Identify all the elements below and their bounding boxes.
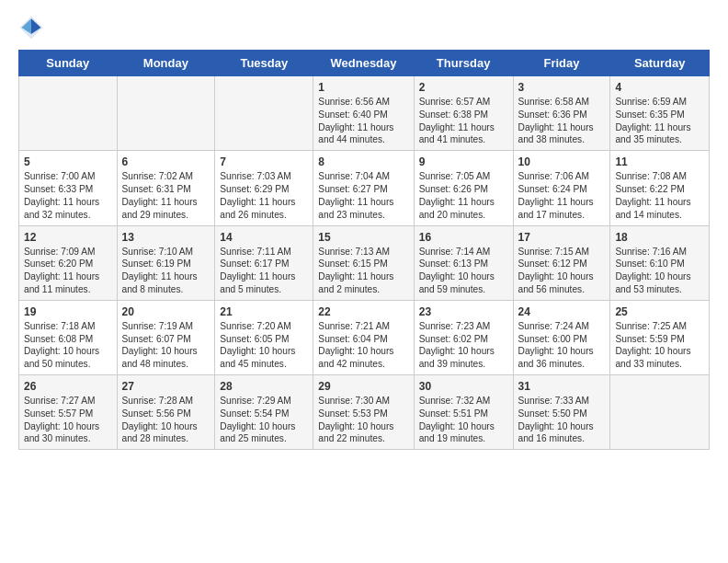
day-info: and 26 minutes.: [220, 209, 308, 222]
day-number: 28: [220, 379, 308, 394]
day-info: Daylight: 11 hours: [220, 270, 308, 283]
day-number: 21: [220, 304, 308, 319]
day-info: Sunset: 6:27 PM: [318, 183, 408, 196]
day-info: and 35 minutes.: [615, 133, 704, 146]
day-number: 2: [419, 80, 508, 95]
day-info: and 5 minutes.: [220, 283, 308, 296]
day-info: Daylight: 11 hours: [220, 196, 308, 209]
day-info: Daylight: 10 hours: [24, 345, 112, 358]
calendar-cell: 14Sunrise: 7:11 AMSunset: 6:17 PMDayligh…: [215, 225, 313, 300]
day-info: Sunrise: 7:24 AM: [518, 320, 606, 333]
weekday-wednesday: Wednesday: [313, 51, 414, 76]
day-info: Sunset: 6:00 PM: [518, 333, 606, 346]
weekday-header-row: SundayMondayTuesdayWednesdayThursdayFrid…: [19, 51, 710, 76]
day-number: 6: [122, 155, 210, 169]
day-info: Sunset: 6:40 PM: [318, 109, 408, 121]
calendar-cell: 30Sunrise: 7:32 AMSunset: 5:51 PMDayligh…: [414, 375, 513, 450]
day-number: 24: [518, 304, 606, 319]
day-info: Daylight: 11 hours: [419, 196, 508, 209]
day-info: Daylight: 11 hours: [419, 121, 508, 134]
day-info: Sunset: 6:38 PM: [419, 109, 508, 121]
week-row-5: 26Sunrise: 7:27 AMSunset: 5:57 PMDayligh…: [19, 375, 710, 450]
day-info: Daylight: 11 hours: [122, 196, 210, 209]
day-number: 13: [122, 230, 210, 245]
day-number: 19: [24, 304, 112, 319]
calendar-cell: 27Sunrise: 7:28 AMSunset: 5:56 PMDayligh…: [117, 375, 215, 450]
day-info: Daylight: 11 hours: [518, 121, 606, 134]
day-info: Sunrise: 7:30 AM: [318, 395, 408, 408]
day-info: Sunrise: 7:25 AM: [615, 320, 704, 333]
day-number: 14: [220, 230, 308, 245]
day-info: and 56 minutes.: [518, 283, 606, 296]
calendar-cell: 17Sunrise: 7:15 AMSunset: 6:12 PMDayligh…: [513, 225, 610, 300]
day-info: and 50 minutes.: [24, 358, 112, 371]
calendar-cell: [19, 76, 118, 151]
day-number: 3: [518, 80, 606, 95]
calendar-cell: 19Sunrise: 7:18 AMSunset: 6:08 PMDayligh…: [19, 300, 118, 374]
day-info: and 2 minutes.: [318, 283, 408, 296]
day-info: Sunrise: 6:56 AM: [318, 96, 408, 109]
day-info: Sunrise: 7:20 AM: [220, 320, 308, 333]
day-info: Daylight: 10 hours: [615, 345, 704, 358]
day-info: and 8 minutes.: [122, 283, 210, 296]
calendar-cell: 22Sunrise: 7:21 AMSunset: 6:04 PMDayligh…: [313, 300, 414, 374]
day-info: Daylight: 11 hours: [615, 121, 704, 134]
day-info: and 39 minutes.: [419, 358, 508, 371]
day-info: and 59 minutes.: [419, 283, 508, 296]
day-info: and 14 minutes.: [615, 209, 704, 222]
day-info: and 42 minutes.: [318, 358, 408, 371]
day-number: 27: [122, 379, 210, 394]
calendar-cell: 21Sunrise: 7:20 AMSunset: 6:05 PMDayligh…: [215, 300, 313, 374]
day-info: and 44 minutes.: [318, 133, 408, 146]
day-info: and 17 minutes.: [518, 209, 606, 222]
day-info: Daylight: 11 hours: [615, 196, 704, 209]
day-info: Sunset: 5:59 PM: [615, 333, 704, 346]
calendar-cell: 31Sunrise: 7:33 AMSunset: 5:50 PMDayligh…: [513, 375, 610, 450]
calendar-cell: 2Sunrise: 6:57 AMSunset: 6:38 PMDaylight…: [414, 76, 513, 151]
day-info: Daylight: 10 hours: [518, 345, 606, 358]
day-info: Sunrise: 7:23 AM: [419, 320, 508, 333]
calendar-cell: 25Sunrise: 7:25 AMSunset: 5:59 PMDayligh…: [610, 300, 710, 374]
day-number: 9: [419, 155, 508, 169]
calendar-cell: 24Sunrise: 7:24 AMSunset: 6:00 PMDayligh…: [513, 300, 610, 374]
calendar-cell: [117, 76, 215, 151]
day-info: Sunset: 5:50 PM: [518, 408, 606, 420]
day-info: and 19 minutes.: [419, 432, 508, 445]
calendar-cell: [610, 375, 710, 450]
calendar-cell: 29Sunrise: 7:30 AMSunset: 5:53 PMDayligh…: [313, 375, 414, 450]
day-info: Daylight: 10 hours: [419, 345, 508, 358]
day-info: Sunrise: 7:27 AM: [24, 395, 112, 408]
day-info: Sunset: 5:53 PM: [318, 408, 408, 420]
day-info: Sunset: 6:35 PM: [615, 109, 704, 121]
day-info: Daylight: 11 hours: [122, 270, 210, 283]
weekday-friday: Friday: [513, 51, 610, 76]
calendar-cell: 23Sunrise: 7:23 AMSunset: 6:02 PMDayligh…: [414, 300, 513, 374]
day-info: and 11 minutes.: [24, 283, 112, 296]
day-info: Sunset: 5:54 PM: [220, 408, 308, 420]
day-info: Daylight: 10 hours: [518, 270, 606, 283]
day-info: and 36 minutes.: [518, 358, 606, 371]
day-info: Sunset: 6:19 PM: [122, 258, 210, 270]
day-info: and 16 minutes.: [518, 432, 606, 445]
calendar-cell: 28Sunrise: 7:29 AMSunset: 5:54 PMDayligh…: [215, 375, 313, 450]
day-number: 18: [615, 230, 704, 245]
day-info: Sunrise: 7:16 AM: [615, 246, 704, 259]
day-info: Sunrise: 7:28 AM: [122, 395, 210, 408]
calendar-cell: 7Sunrise: 7:03 AMSunset: 6:29 PMDaylight…: [215, 151, 313, 225]
day-info: Daylight: 11 hours: [24, 196, 112, 209]
day-number: 31: [518, 379, 606, 394]
day-info: Sunrise: 7:19 AM: [122, 320, 210, 333]
page: SundayMondayTuesdayWednesdayThursdayFrid…: [0, 0, 728, 459]
calendar-cell: [215, 76, 313, 151]
day-number: 26: [24, 379, 112, 394]
day-number: 30: [419, 379, 508, 394]
day-number: 12: [24, 230, 112, 245]
calendar-cell: 11Sunrise: 7:08 AMSunset: 6:22 PMDayligh…: [610, 151, 710, 225]
day-info: and 38 minutes.: [518, 133, 606, 146]
day-info: Sunset: 6:08 PM: [24, 333, 112, 346]
day-info: Daylight: 10 hours: [419, 270, 508, 283]
calendar-cell: 15Sunrise: 7:13 AMSunset: 6:15 PMDayligh…: [313, 225, 414, 300]
day-info: Sunset: 6:24 PM: [518, 183, 606, 196]
day-number: 11: [615, 155, 704, 169]
calendar-cell: 16Sunrise: 7:14 AMSunset: 6:13 PMDayligh…: [414, 225, 513, 300]
